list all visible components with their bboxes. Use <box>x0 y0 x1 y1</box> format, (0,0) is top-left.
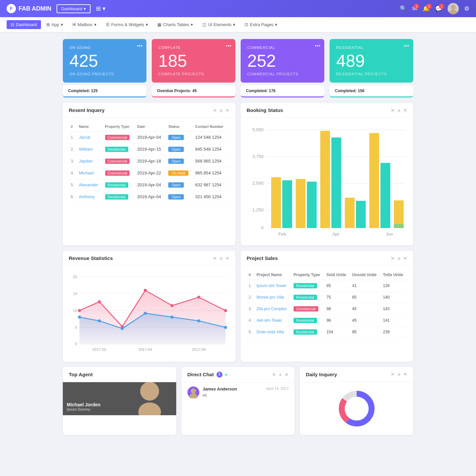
donut-chart-svg <box>337 389 377 428</box>
row-contact: 568 965 1254 <box>193 155 229 167</box>
panel-collapse-icon[interactable]: ∧ <box>397 256 401 261</box>
svg-rect-22 <box>394 201 404 228</box>
row-total: 141 <box>381 315 407 326</box>
row-project: Akil-xlm Tower <box>255 315 292 326</box>
main-content: ••• ON GOING 425 ON GOING PROJECTS Compl… <box>56 32 420 442</box>
stat-label-commercial: COMMERCIAL <box>247 46 318 50</box>
row-type: Residential <box>103 191 135 203</box>
project-sales-header: Project Sales ✕ ∧ ✕ <box>241 251 413 266</box>
panel-resize-icon[interactable]: ✕ <box>391 108 395 113</box>
panel-collapse-icon[interactable]: ∧ <box>219 108 223 113</box>
row-name: Anthony <box>77 191 103 203</box>
col-type: Property Type <box>103 122 135 131</box>
stat-cards-row: ••• ON GOING 425 ON GOING PROJECTS Compl… <box>63 39 413 97</box>
row-name: Jayden <box>77 155 103 167</box>
table-row: 4. Michael Commercial 2019-Apr-22 On Hol… <box>69 167 229 179</box>
row-total: 140 <box>381 292 407 303</box>
col-num: # <box>69 122 77 131</box>
svg-point-49 <box>144 312 147 315</box>
panel-collapse-icon[interactable]: ∧ <box>219 256 223 261</box>
search-icon[interactable]: 🔍 <box>400 5 407 12</box>
sidebar-item-dashboard[interactable]: ⊟ Dashboard <box>7 20 41 29</box>
row-unsold: 45 <box>350 303 381 315</box>
chat-icon[interactable]: 💬 1 <box>435 5 442 12</box>
revenue-stats-header: Revenue Statistics ✕ ∧ ✕ <box>63 251 235 266</box>
svg-text:Feb: Feb <box>278 232 286 237</box>
panel-collapse-icon[interactable]: ∧ <box>279 372 282 377</box>
app-dropdown-icon: ▾ <box>61 22 63 27</box>
col-num: # <box>247 270 255 280</box>
sidebar-item-app[interactable]: ⊞ App ▾ <box>42 20 67 29</box>
row-num: 3. <box>69 155 77 167</box>
sidebar-item-extra[interactable]: ⊡ Extra Pages ▾ <box>241 20 281 29</box>
panel-resize-icon[interactable]: ✕ <box>213 108 217 113</box>
recent-inquiry-header: Resent Inquery ✕ ∧ ✕ <box>63 103 235 118</box>
chat-avatar <box>187 386 199 398</box>
panel-controls: ✕ ∧ ✕ <box>272 372 289 377</box>
stat-sub-residential: RESIDENTIAL PROJECTS <box>336 72 407 76</box>
revenue-chart-svg: 20 15 10 5 0 <box>69 271 229 355</box>
row-sold: 154 <box>325 326 350 338</box>
svg-text:1,250: 1,250 <box>253 207 264 212</box>
svg-point-0 <box>451 5 456 10</box>
sidebar-item-mailbox[interactable]: ✉ Mailbox ▾ <box>68 20 100 29</box>
row-num: 2. <box>247 292 255 303</box>
svg-rect-18 <box>345 198 355 228</box>
stat-sub-commercial: COMMERCIAL PROJECTS <box>247 72 318 76</box>
panel-close-icon[interactable]: ✕ <box>403 108 407 113</box>
panel-resize-icon[interactable]: ✕ <box>213 256 217 261</box>
footer-cards-row: Top Agent Michael Jorden Ipsum Dummy <box>63 367 413 435</box>
row-status: Open <box>166 179 193 191</box>
panel-collapse-icon[interactable]: ∧ <box>397 108 401 113</box>
row-type: Residential <box>292 315 325 326</box>
panel-resize-icon[interactable]: ✕ <box>391 372 395 377</box>
svg-point-44 <box>224 309 227 312</box>
mail-icon[interactable]: ✉ 3 <box>412 5 417 12</box>
row-date: 2019-Apr-04 <box>135 131 166 143</box>
chat-status-icon: ● <box>225 372 227 377</box>
row-type: Residential <box>292 280 325 292</box>
svg-rect-13 <box>282 180 292 228</box>
stat-card-complete: ••• COMPLATE 185 COMPLATE PROJECTS Overd… <box>152 39 235 97</box>
panel-close-icon[interactable]: ✕ <box>403 256 407 261</box>
panel-resize-icon[interactable]: ✕ <box>272 372 276 377</box>
sidebar-item-forms[interactable]: ☰ Forms & Widgets ▾ <box>102 20 152 29</box>
svg-point-43 <box>197 296 200 299</box>
top-agent-panel: Top Agent Michael Jorden Ipsum Dummy <box>63 367 176 435</box>
panel-close-icon[interactable]: ✕ <box>285 372 289 377</box>
row-project: Duler-vista Villa <box>255 326 292 338</box>
panel-close-icon[interactable]: ✕ <box>225 256 229 261</box>
gear-icon[interactable]: ⚙ <box>464 5 469 12</box>
avatar[interactable] <box>448 3 459 14</box>
row-num: 4. <box>247 315 255 326</box>
row-unsold: 41 <box>350 280 381 292</box>
row-num: 1. <box>69 131 77 143</box>
panel-resize-icon[interactable]: ✕ <box>391 256 395 261</box>
chat-message-text: Hi <box>203 393 289 398</box>
revenue-stats-title: Revenue Statistics <box>69 255 113 261</box>
stat-card-purple: ••• COMMERCIAL 252 COMMERCIAL PROJECTS <box>241 39 324 83</box>
booking-chart-area: 5,000 3,750 2,500 1,250 0 <box>241 118 413 245</box>
row-num: 5. <box>247 326 255 338</box>
revenue-stats-panel: Revenue Statistics ✕ ∧ ✕ 20 15 10 5 0 <box>63 251 235 362</box>
table-row: 1. Jacob Commercial 2019-Apr-04 Open 124… <box>69 131 229 143</box>
sidebar-item-charts[interactable]: ▦ Charts Tables ▾ <box>153 20 197 29</box>
col-date: Date <box>135 122 166 131</box>
table-row: 5. Duler-vista Villa Residential 154 85 … <box>247 326 407 338</box>
row-sold: 96 <box>325 315 350 326</box>
stat-number-complete: 185 <box>158 52 229 69</box>
dashboard-button[interactable]: Dashboard ▾ <box>57 4 91 13</box>
sidebar-item-ui[interactable]: ◫ UI Elements ▾ <box>198 20 239 29</box>
svg-text:2,500: 2,500 <box>253 181 264 186</box>
row-contact: 965 854 1254 <box>193 167 229 179</box>
bell-icon[interactable]: 🔔 2 <box>422 5 430 12</box>
chat-content: James Anderson April 14, 2017 Hi <box>203 386 289 398</box>
panel-close-icon[interactable]: ✕ <box>225 108 229 113</box>
grid-button[interactable]: ⊞ ▾ <box>96 5 105 12</box>
svg-point-1 <box>450 10 457 14</box>
panel-close-icon[interactable]: ✕ <box>403 372 407 377</box>
panel-collapse-icon[interactable]: ∧ <box>397 372 401 377</box>
svg-point-59 <box>191 388 196 394</box>
charts-dropdown-icon: ▾ <box>191 22 193 27</box>
row-type: Residential <box>292 292 325 303</box>
